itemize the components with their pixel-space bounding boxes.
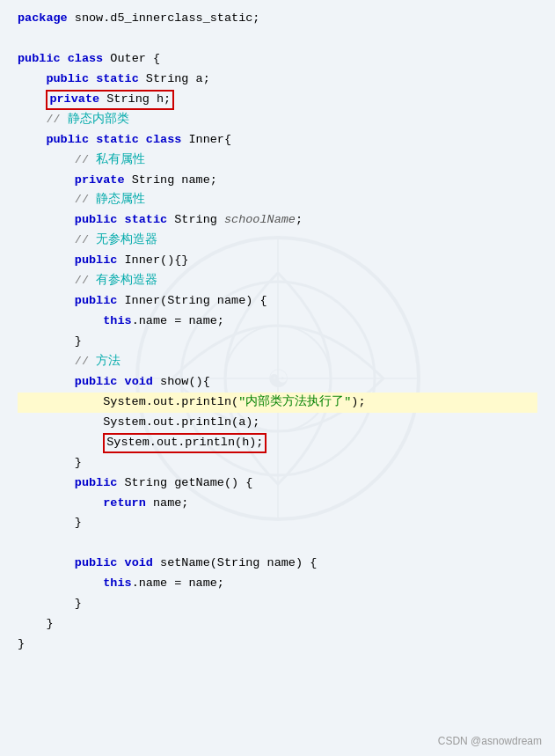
boxed-private-h: private String h; — [46, 90, 174, 110]
comment-slash-6: // — [75, 355, 96, 368]
kw-void-2: void — [125, 556, 153, 569]
kw-static-1: static — [96, 72, 139, 85]
comment-slash-5: // — [75, 274, 96, 287]
kw-private-2: private — [75, 173, 125, 187]
line-3: public class Outer { — [18, 49, 537, 70]
comment-slash-1: // — [46, 113, 67, 126]
comment-cn-2: 私有属性 — [96, 153, 145, 166]
line-32: } — [18, 635, 537, 655]
line-23: } — [18, 453, 537, 473]
line-1: package snow.d5_innerclass_static; — [18, 9, 537, 29]
line-26: } — [18, 513, 537, 533]
comment-slash-2: // — [75, 153, 96, 166]
line-4: public static String a; — [18, 70, 537, 90]
line-7: public static class Inner{ — [18, 130, 537, 150]
boxed-println-h: System.out.println(h); — [103, 433, 267, 453]
kw-public-2: public — [46, 72, 89, 85]
line-18: // 方法 — [18, 352, 537, 372]
line-31: } — [18, 614, 537, 635]
comment-cn-1: 静态内部类 — [68, 113, 129, 126]
line-13: public Inner(){} — [18, 251, 537, 271]
line-29: this.name = name; — [18, 574, 537, 594]
kw-public-8: public — [75, 476, 118, 489]
csdn-watermark: CSDN @asnowdream — [438, 735, 542, 747]
kw-public-7: public — [75, 375, 118, 388]
kw-public-3: public — [46, 133, 89, 146]
line-6: // 静态内部类 — [18, 110, 537, 130]
comment-cn-6: 方法 — [96, 355, 120, 368]
line-22: System.out.println(h); — [18, 433, 537, 453]
kw-static-3: static — [125, 213, 168, 226]
kw-public-4: public — [75, 213, 118, 226]
line-27 — [18, 533, 537, 554]
kw-public-5: public — [75, 253, 118, 267]
comment-cn-3: 静态属性 — [96, 193, 145, 206]
kw-this-1: this — [103, 314, 131, 327]
comment-slash-4: // — [75, 233, 96, 246]
kw-return-1: return — [103, 496, 146, 510]
line-28: public void setName(String name) { — [18, 554, 537, 574]
line-15: public Inner(String name) { — [18, 291, 537, 312]
kw-static-2: static — [96, 133, 139, 146]
line-9: private String name; — [18, 171, 537, 191]
line-17: } — [18, 332, 537, 352]
line-8: // 私有属性 — [18, 150, 537, 171]
line-5: private String h; — [18, 90, 537, 110]
comment-slash-3: // — [75, 193, 96, 206]
code-lines: package snow.d5_innerclass_static; publi… — [0, 9, 555, 655]
kw-void-1: void — [125, 375, 153, 388]
line-24: public String getName() { — [18, 473, 537, 494]
line-2 — [18, 29, 537, 49]
italic-schoolName: schoolName — [224, 213, 296, 226]
kw-class-1: class — [68, 52, 104, 65]
kw-public-6: public — [75, 294, 118, 307]
line-30: } — [18, 594, 537, 614]
line-19: public void show(){ — [18, 372, 537, 393]
line-11: public static String schoolName; — [18, 210, 537, 231]
line-10: // 静态属性 — [18, 190, 537, 210]
code-container: ☯ package snow.d5_innerclass_static; pub… — [0, 0, 555, 756]
line-20: System.out.println("内部类方法执行了"); — [18, 393, 537, 413]
kw-package: package — [18, 11, 68, 25]
line-12: // 无参构造器 — [18, 231, 537, 251]
line-16: this.name = name; — [18, 312, 537, 332]
line-25: return name; — [18, 494, 537, 514]
kw-public-9: public — [75, 556, 118, 569]
kw-public-1: public — [18, 52, 61, 65]
kw-private-1: private — [49, 92, 99, 106]
kw-this-2: this — [103, 576, 131, 590]
comment-cn-5: 有参构造器 — [96, 274, 157, 287]
comment-cn-4: 无参构造器 — [96, 233, 157, 246]
line-21: System.out.println(a); — [18, 413, 537, 433]
string-1: "内部类方法执行了" — [238, 395, 351, 408]
kw-class-2: class — [146, 133, 182, 146]
line-14: // 有参构造器 — [18, 271, 537, 291]
